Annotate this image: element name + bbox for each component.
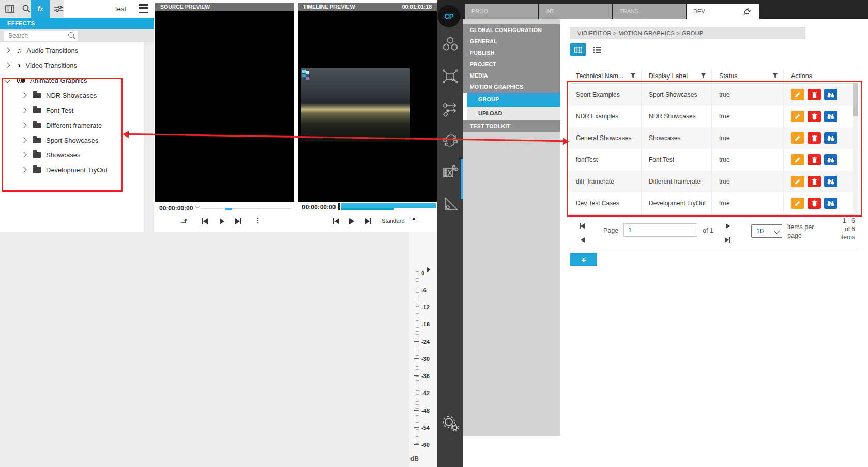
effects-panel-title: EFFECTS xyxy=(0,18,154,29)
tl-skip-back-button[interactable] xyxy=(333,217,339,227)
chevron-right-icon[interactable] xyxy=(4,47,10,53)
db-minor-ticks xyxy=(416,271,419,445)
sidebar-item-video-editor[interactable] xyxy=(441,162,460,181)
last-page-icon xyxy=(725,237,729,243)
timeline-preview-panel: TIMELINE PREVIEW 00:01:01:18 00:00:00:00… xyxy=(298,3,437,232)
breadcrumb: VIDIEDITOR > MOTION GRAPHICS > GROUP xyxy=(570,27,805,39)
effects-panel-button[interactable]: f x xyxy=(31,0,50,18)
quality-selector[interactable]: Standard xyxy=(382,218,405,224)
filmstrip-icon xyxy=(5,5,14,13)
tab-trans[interactable]: TRANS xyxy=(613,4,686,19)
annotation-box-table xyxy=(567,81,862,217)
cubes-icon xyxy=(442,36,459,52)
skip-back-button[interactable] xyxy=(202,217,208,227)
add-group-button[interactable]: + xyxy=(570,253,597,266)
db-tick-label: -6 xyxy=(421,287,427,293)
sliders-icon xyxy=(54,5,63,12)
menu-motion-graphics[interactable]: MOTION GRAPHICS xyxy=(463,81,560,93)
menu-subrow: UPLOAD xyxy=(463,107,560,120)
db-tick-label: -48 xyxy=(421,408,430,414)
project-name-field[interactable]: test xyxy=(64,0,154,18)
menu-test-toolkit[interactable]: TEST TOOLKIT xyxy=(463,120,560,132)
sidebar-item-settings[interactable] xyxy=(441,414,460,432)
progress-bar[interactable] xyxy=(341,203,436,208)
search-icon[interactable] xyxy=(68,32,74,38)
menu-label: GROUP xyxy=(478,96,499,102)
range-summary: 1 - 6 of 6 items xyxy=(825,217,855,242)
effects-search-input[interactable] xyxy=(4,31,78,41)
project-menu-icon[interactable] xyxy=(139,4,148,13)
more-options-button[interactable]: ⋮ xyxy=(254,216,262,224)
tree-scroll-gutter[interactable] xyxy=(144,42,154,232)
skip-bar xyxy=(370,218,371,224)
menu-global-configuration[interactable]: GLOBAL CONFIGURATION xyxy=(463,24,560,36)
fullscreen-icon[interactable] xyxy=(413,218,418,223)
progress-playhead[interactable] xyxy=(338,203,340,210)
tab-int[interactable]: INT xyxy=(539,4,612,19)
tl-skip-forward-button[interactable] xyxy=(365,217,371,227)
tab-dev[interactable]: DEV xyxy=(687,4,759,19)
list-view-button[interactable] xyxy=(589,43,605,56)
settings-gear-icon xyxy=(441,414,460,432)
editor-toolbar: f x test xyxy=(0,0,154,18)
next-page-button[interactable] xyxy=(726,221,730,231)
timecode-dropdown-icon[interactable] xyxy=(195,204,200,209)
sidebar-item-measure[interactable] xyxy=(441,194,460,213)
filter-funnel-icon[interactable] xyxy=(630,73,636,79)
skip-forward-button[interactable] xyxy=(235,217,241,227)
first-page-button[interactable] xyxy=(580,221,585,231)
sidebar-item-automation[interactable] xyxy=(441,67,460,86)
menu-media[interactable]: MEDIA xyxy=(463,70,560,81)
tab-prod[interactable]: PROD xyxy=(465,4,538,19)
table-view-button[interactable] xyxy=(570,43,586,56)
avatar[interactable]: CP xyxy=(438,5,460,27)
timeline-preview-controls: 00:00:00:00 Standard xyxy=(298,202,437,232)
effects-search-row xyxy=(0,29,154,42)
tree-item-label: Audio Transitions xyxy=(27,47,79,54)
chevron-right-icon[interactable] xyxy=(4,62,10,68)
menu-project[interactable]: PROJECT xyxy=(463,58,560,70)
skip-bar xyxy=(240,218,241,224)
tl-play-button[interactable] xyxy=(349,217,354,227)
loop-inout-button[interactable] xyxy=(180,217,188,227)
menu-upload[interactable]: UPLOAD xyxy=(467,107,560,120)
prev-page-button[interactable] xyxy=(581,235,585,245)
menu-label: PROJECT xyxy=(470,61,496,67)
last-page-button[interactable] xyxy=(725,235,730,245)
sidebar-item-sync[interactable] xyxy=(441,131,460,150)
filter-funnel-icon[interactable] xyxy=(701,73,706,79)
db-tick-label: -18 xyxy=(421,321,430,327)
sidebar-item-workflow[interactable] xyxy=(441,100,460,119)
range-line: items xyxy=(825,233,855,242)
page-of-label: of 1 xyxy=(703,227,713,234)
menu-label: GLOBAL CONFIGURATION xyxy=(470,27,542,33)
source-scrub-thumb[interactable] xyxy=(225,208,232,210)
timeline-preview-duration: 00:01:01:18 xyxy=(402,3,432,11)
menu-general[interactable]: GENERAL xyxy=(463,36,560,47)
sidebar-item-assets[interactable] xyxy=(441,35,460,53)
skip-forward-icon xyxy=(235,218,240,224)
page-number-input[interactable] xyxy=(623,223,697,237)
menu-group-selected[interactable]: GROUP xyxy=(467,93,560,107)
page-size-select[interactable]: 10 xyxy=(751,224,782,238)
timeline-preview-video[interactable] xyxy=(298,11,437,202)
tree-item-audio-transitions[interactable]: ♫ Audio Transitions xyxy=(5,44,145,56)
page-size-value: 10 xyxy=(756,228,764,235)
clip-indicator-square xyxy=(302,70,306,73)
connected-box-icon xyxy=(442,68,459,85)
db-panel-toggle[interactable] xyxy=(427,267,431,273)
source-preview-video[interactable] xyxy=(155,11,294,202)
play-button[interactable] xyxy=(220,217,224,227)
menu-publish[interactable]: PUBLISH xyxy=(463,47,560,58)
video-frame xyxy=(301,68,410,142)
timeline-editor: i ✓ ↺ ↶ ↷ ✄ xyxy=(0,232,437,467)
source-scrub-bar[interactable] xyxy=(201,208,291,209)
list-icon xyxy=(593,47,601,53)
tree-item-video-transitions[interactable]: ◑ Video Transitions xyxy=(5,59,145,71)
media-panel-button[interactable] xyxy=(2,0,18,18)
filter-funnel-icon[interactable] xyxy=(772,73,778,79)
menu-label: TEST TOOLKIT xyxy=(470,123,510,129)
plug-icon xyxy=(743,8,751,16)
range-line: 1 - 6 xyxy=(825,217,855,225)
timeline-preview-header: TIMELINE PREVIEW 00:01:01:18 xyxy=(298,3,437,11)
